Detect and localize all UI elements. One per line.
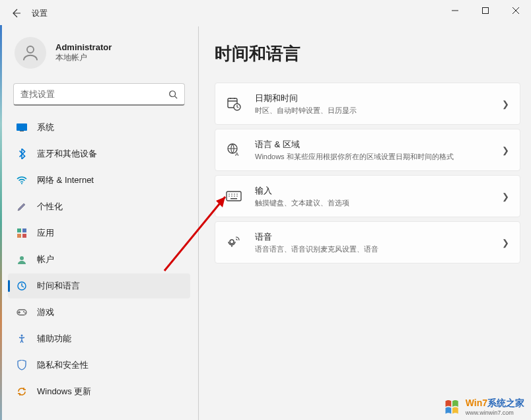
sidebar-item-label: 游戏 <box>37 306 54 318</box>
shield-icon <box>16 359 28 371</box>
apps-icon <box>16 227 28 239</box>
bluetooth-icon <box>16 148 28 160</box>
sidebar-item-bluetooth[interactable]: 蓝牙和其他设备 <box>8 141 190 166</box>
card-subtitle: 语音语言、语音识别麦克风设置、语音 <box>255 244 489 254</box>
close-icon <box>513 7 519 14</box>
svg-text:A: A <box>235 151 239 157</box>
card-title: 语言 & 区域 <box>255 139 489 151</box>
user-block[interactable]: Administrator 本地帐户 <box>4 26 194 79</box>
minimize-icon <box>452 7 458 14</box>
left-edge-strip <box>0 25 2 420</box>
sidebar-item-label: Windows 更新 <box>37 386 91 398</box>
card-title: 语音 <box>255 231 489 243</box>
display-icon <box>16 122 28 133</box>
svg-point-30 <box>230 240 234 244</box>
sidebar-item-windows-update[interactable]: Windows 更新 <box>8 379 190 404</box>
sidebar-item-label: 隐私和安全性 <box>37 359 88 371</box>
accessibility-icon <box>16 333 28 345</box>
svg-point-22 <box>231 193 232 195</box>
microphone-icon <box>226 234 242 250</box>
search-input[interactable] <box>20 89 168 99</box>
svg-point-23 <box>234 193 235 195</box>
svg-rect-6 <box>17 228 21 232</box>
svg-point-24 <box>236 193 238 195</box>
svg-point-1 <box>27 46 34 53</box>
sidebar-item-accessibility[interactable]: 辅助功能 <box>8 326 190 351</box>
minimize-button[interactable] <box>440 0 470 21</box>
chevron-right-icon: ❯ <box>502 99 509 109</box>
main-content: 时间和语言 日期和时间 时区、自动时钟设置、日历显示 ❯ A <box>198 26 531 420</box>
svg-point-2 <box>170 90 176 96</box>
sidebar-item-apps[interactable]: 应用 <box>8 221 190 246</box>
sidebar-item-label: 应用 <box>37 227 54 239</box>
sidebar-item-gaming[interactable]: 游戏 <box>8 300 190 325</box>
chevron-right-icon: ❯ <box>502 192 509 201</box>
account-icon <box>16 254 28 265</box>
sidebar-item-label: 网络 & Internet <box>37 174 94 186</box>
globe-language-icon: A <box>226 142 242 158</box>
calendar-clock-icon <box>226 96 242 112</box>
gaming-icon <box>16 306 28 318</box>
svg-point-10 <box>20 256 24 260</box>
sidebar-item-label: 帐户 <box>37 254 54 265</box>
user-name: Administrator <box>55 42 112 52</box>
sidebar-item-label: 蓝牙和其他设备 <box>37 148 97 160</box>
sidebar: Administrator 本地帐户 系统 <box>0 26 198 420</box>
card-subtitle: 触摸键盘、文本建议、首选项 <box>255 198 489 208</box>
svg-point-26 <box>231 195 232 197</box>
wifi-icon <box>16 174 28 186</box>
svg-rect-9 <box>22 234 26 238</box>
card-title: 输入 <box>255 185 489 197</box>
nav-list: 系统 蓝牙和其他设备 网络 & Internet <box>4 115 194 404</box>
search-icon <box>168 90 178 99</box>
watermark-url: www.winwin7.com <box>466 409 524 416</box>
sidebar-item-personalization[interactable]: 个性化 <box>8 194 190 219</box>
svg-point-25 <box>229 195 230 197</box>
brush-icon <box>16 201 28 213</box>
svg-rect-4 <box>20 131 24 131</box>
svg-point-21 <box>229 193 230 195</box>
svg-point-28 <box>236 195 238 197</box>
chevron-right-icon: ❯ <box>502 238 509 248</box>
svg-rect-3 <box>17 123 27 131</box>
watermark: Win7系统之家 www.winwin7.com <box>443 398 524 416</box>
card-speech[interactable]: 语音 语音语言、语音识别麦克风设置、语音 ❯ <box>215 221 520 263</box>
chevron-right-icon: ❯ <box>502 145 509 155</box>
card-subtitle: Windows 和某些应用根据你所在的区域设置日期和时间的格式 <box>255 152 489 162</box>
svg-rect-29 <box>230 198 237 199</box>
back-button[interactable] <box>5 3 26 24</box>
page-title: 时间和语言 <box>215 42 520 65</box>
watermark-brand-suffix: 系统之家 <box>487 398 524 408</box>
time-language-icon <box>16 280 28 292</box>
settings-window: 设置 Administrator <box>0 0 531 420</box>
svg-rect-7 <box>22 228 26 232</box>
svg-point-14 <box>24 312 26 314</box>
sidebar-item-label: 系统 <box>37 122 54 133</box>
sidebar-item-label: 辅助功能 <box>37 333 71 345</box>
sidebar-item-network[interactable]: 网络 & Internet <box>8 168 190 193</box>
sidebar-item-label: 个性化 <box>37 201 63 213</box>
close-button[interactable] <box>501 0 531 21</box>
update-icon <box>16 386 28 398</box>
search-box[interactable] <box>13 83 185 106</box>
sidebar-item-accounts[interactable]: 帐户 <box>8 247 190 272</box>
card-date-time[interactable]: 日期和时间 时区、自动时钟设置、日历显示 ❯ <box>215 83 520 125</box>
svg-rect-0 <box>483 8 489 14</box>
sidebar-item-time-language[interactable]: 时间和语言 <box>8 273 190 298</box>
sidebar-item-system[interactable]: 系统 <box>8 115 190 140</box>
keyboard-icon <box>226 188 242 204</box>
card-input[interactable]: 输入 触摸键盘、文本建议、首选项 ❯ <box>215 175 520 217</box>
arrow-left-icon <box>11 8 21 18</box>
svg-point-13 <box>23 311 24 312</box>
svg-point-5 <box>21 183 22 184</box>
card-title: 日期和时间 <box>255 92 489 104</box>
sidebar-item-privacy[interactable]: 隐私和安全性 <box>8 353 190 378</box>
svg-rect-8 <box>17 234 21 238</box>
watermark-brand-prefix: Win7 <box>466 398 487 408</box>
maximize-button[interactable] <box>470 0 501 21</box>
person-icon <box>20 43 40 63</box>
card-language-region[interactable]: A 语言 & 区域 Windows 和某些应用根据你所在的区域设置日期和时间的格… <box>215 129 520 171</box>
sidebar-item-label: 时间和语言 <box>37 280 80 292</box>
svg-point-27 <box>234 195 235 197</box>
svg-point-15 <box>21 335 23 337</box>
